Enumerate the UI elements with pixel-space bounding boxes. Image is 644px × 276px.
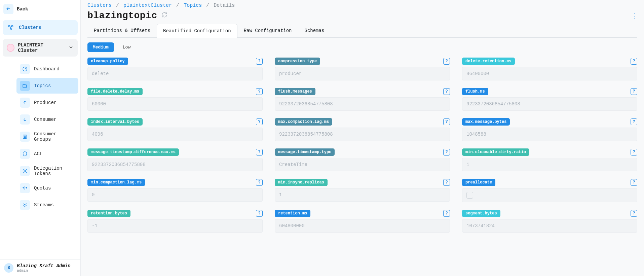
help-icon[interactable]: ? <box>256 118 263 125</box>
config-key-badge: compression.type <box>275 58 320 65</box>
breadcrumb-clusters[interactable]: Clusters <box>87 3 112 8</box>
help-icon[interactable]: ? <box>631 88 637 95</box>
sidebar-item-label: Quotas <box>34 185 51 191</box>
sidebar-item-label: Topics <box>34 83 51 89</box>
chevron-down-icon <box>68 44 74 51</box>
svg-point-2 <box>10 28 12 30</box>
sidebar-item-dashboard[interactable]: Dashboard <box>16 61 78 77</box>
sidebar-item-delegation-tokens[interactable]: Delegation Tokens <box>16 163 78 179</box>
config-item-min-cleanable-dirty-ratio: min.cleanable.dirty.ratio ? 1 <box>462 148 637 171</box>
topics-icon <box>20 81 30 91</box>
dashboard-icon <box>20 64 30 74</box>
help-icon[interactable]: ? <box>631 58 637 65</box>
arrow-left-icon <box>6 6 11 12</box>
sidebar-item-label: Dashboard <box>34 66 60 72</box>
sidebar-item-streams[interactable]: Streams <box>16 197 78 213</box>
config-key-badge: max.message.bytes <box>462 118 510 126</box>
breadcrumb-topics[interactable]: Topics <box>184 3 202 8</box>
config-item-compression-type: compression.type ? producer <box>275 58 450 80</box>
user-role: admin <box>17 269 71 273</box>
sidebar-item-consumer-groups[interactable]: Consumer Groups <box>16 129 78 145</box>
help-icon[interactable]: ? <box>256 58 263 65</box>
help-icon[interactable]: ? <box>256 210 263 217</box>
back-button[interactable] <box>3 4 13 14</box>
sidebar-cluster-toggle[interactable]: PLAINTEXT Cluster <box>3 39 78 57</box>
refresh-icon[interactable] <box>161 12 167 20</box>
config-value: 1073741824 <box>462 219 637 233</box>
config-item-cleanup-policy: cleanup.policy ? delete <box>87 58 263 80</box>
help-icon[interactable]: ? <box>443 88 450 95</box>
sidebar-clusters[interactable]: Clusters <box>3 20 78 35</box>
config-item-min-compaction-lag-ms: min.compaction.lag.ms ? 0 <box>87 179 263 202</box>
config-value: CreateTime <box>275 158 450 171</box>
tab-raw-configuration[interactable]: Raw Configuration <box>237 24 298 37</box>
streams-icon <box>20 200 30 210</box>
help-icon[interactable]: ? <box>631 149 637 156</box>
user-footer[interactable]: B Blazing Kraft Admin admin <box>0 260 80 276</box>
filter-low[interactable]: Low <box>117 42 136 52</box>
sidebar-item-label: Delegation Tokens <box>34 166 75 176</box>
page-title: blazingtopic <box>87 10 157 21</box>
sidebar-clusters-label: Clusters <box>19 25 41 30</box>
config-value: 9223372036854775808 <box>462 97 637 111</box>
help-icon[interactable]: ? <box>256 149 263 156</box>
config-value: 1048588 <box>462 128 637 141</box>
config-item-message-timestamp-type: message.timestamp.type ? CreateTime <box>275 148 450 171</box>
config-key-badge: flush.messages <box>275 88 315 95</box>
quotas-icon <box>20 183 30 193</box>
help-icon[interactable]: ? <box>443 210 450 217</box>
user-name: Blazing Kraft Admin <box>17 263 71 269</box>
config-item-message-timestamp-difference-max-ms: message.timestamp.difference.max.ms ? 92… <box>87 148 263 171</box>
consumer-icon <box>20 114 30 125</box>
filter-medium[interactable]: Medium <box>87 42 114 52</box>
config-key-badge: max.compaction.lag.ms <box>275 118 332 126</box>
shield-icon <box>20 149 30 159</box>
config-value: delete <box>87 67 263 80</box>
more-menu-icon[interactable]: ⋮ <box>631 12 637 20</box>
help-icon[interactable]: ? <box>631 210 637 217</box>
sidebar-item-label: Consumer Groups <box>34 131 75 142</box>
config-value: 9223372036854775808 <box>87 158 263 171</box>
config-key-badge: min.insync.replicas <box>275 179 328 186</box>
config-item-max-message-bytes: max.message.bytes ? 1048588 <box>462 118 637 141</box>
help-icon[interactable]: ? <box>443 118 450 125</box>
config-key-badge: index.interval.bytes <box>87 118 143 126</box>
sidebar-item-quotas[interactable]: Quotas <box>16 180 78 196</box>
config-grid: cleanup.policy ? delete compression.type… <box>87 58 637 233</box>
config-item-segment-bytes: segment.bytes ? 1073741824 <box>462 210 637 233</box>
breadcrumb-cluster[interactable]: plaintextCluster <box>123 3 172 8</box>
tab-beautified-configuration[interactable]: Beautified Configuration <box>157 24 237 38</box>
help-icon[interactable]: ? <box>256 88 263 95</box>
config-value <box>462 188 637 202</box>
config-value: -1 <box>87 219 263 233</box>
config-item-retention-ms: retention.ms ? 604800000 <box>275 210 450 233</box>
tab-schemas[interactable]: Schemas <box>298 24 331 37</box>
config-key-badge: message.timestamp.type <box>275 148 335 156</box>
config-key-badge: file.delete.delay.ms <box>87 88 143 95</box>
svg-point-5 <box>24 170 26 172</box>
help-icon[interactable]: ? <box>443 149 450 156</box>
config-item-index-interval-bytes: index.interval.bytes ? 4096 <box>87 118 263 141</box>
sidebar-item-label: Streams <box>34 202 54 208</box>
sidebar-item-consumer[interactable]: Consumer <box>16 112 78 127</box>
breadcrumb: Clusters / plaintextCluster / Topics / D… <box>87 1 637 10</box>
config-value: 1 <box>275 188 450 202</box>
help-icon[interactable]: ? <box>631 118 637 125</box>
clusters-icon <box>7 24 15 32</box>
sidebar-item-acl[interactable]: ACL <box>16 146 78 162</box>
tab-partitions-offsets[interactable]: Partitions & Offsets <box>87 24 157 37</box>
checkbox-icon[interactable] <box>466 192 473 199</box>
config-key-badge: delete.retention.ms <box>462 58 515 65</box>
config-key-badge: min.cleanable.dirty.ratio <box>462 148 529 156</box>
help-icon[interactable]: ? <box>256 179 263 186</box>
sidebar-item-topics[interactable]: Topics <box>16 78 78 94</box>
config-key-badge: retention.bytes <box>87 210 130 217</box>
sidebar-item-producer[interactable]: Producer <box>16 95 78 110</box>
config-value: 60000 <box>87 97 263 111</box>
config-item-max-compaction-lag-ms: max.compaction.lag.ms ? 9223372036854775… <box>275 118 450 141</box>
sidebar-item-label: Consumer <box>34 117 56 122</box>
config-key-badge: flush.ms <box>462 88 488 95</box>
help-icon[interactable]: ? <box>443 58 450 65</box>
help-icon[interactable]: ? <box>631 179 637 186</box>
help-icon[interactable]: ? <box>443 179 450 186</box>
